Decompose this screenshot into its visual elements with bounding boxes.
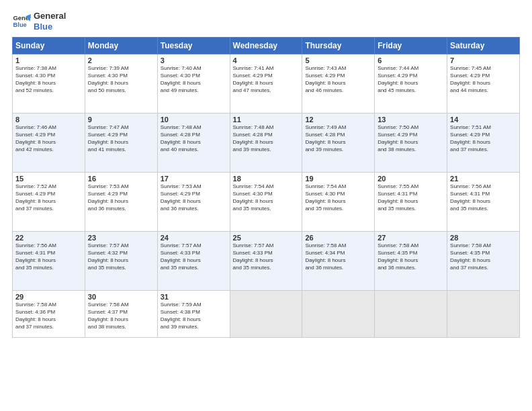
calendar-cell: [447, 291, 520, 338]
weekday-header-saturday: Saturday: [447, 38, 520, 54]
calendar-cell: [230, 291, 302, 338]
calendar-cell: 3Sunrise: 7:40 AM Sunset: 4:30 PM Daylig…: [157, 54, 230, 113]
day-info: Sunrise: 7:57 AM Sunset: 4:32 PM Dayligh…: [88, 242, 154, 271]
weekday-header-thursday: Thursday: [302, 38, 375, 54]
calendar-cell: 2Sunrise: 7:39 AM Sunset: 4:30 PM Daylig…: [85, 54, 157, 113]
day-number: 13: [378, 116, 444, 124]
weekday-header-wednesday: Wednesday: [230, 38, 302, 54]
day-number: 31: [161, 293, 227, 301]
calendar-cell: 7Sunrise: 7:45 AM Sunset: 4:29 PM Daylig…: [447, 54, 520, 113]
day-info: Sunrise: 7:41 AM Sunset: 4:29 PM Dayligh…: [233, 65, 300, 94]
calendar-cell: 27Sunrise: 7:58 AM Sunset: 4:35 PM Dayli…: [375, 232, 447, 291]
day-number: 16: [88, 175, 154, 183]
day-number: 30: [88, 293, 154, 301]
calendar-cell: 5Sunrise: 7:43 AM Sunset: 4:29 PM Daylig…: [302, 54, 375, 113]
day-number: 18: [233, 175, 300, 183]
day-number: 20: [378, 175, 444, 183]
calendar-cell: 23Sunrise: 7:57 AM Sunset: 4:32 PM Dayli…: [85, 232, 157, 291]
calendar-cell: 26Sunrise: 7:58 AM Sunset: 4:34 PM Dayli…: [302, 232, 375, 291]
day-number: 24: [161, 234, 227, 242]
calendar-cell: 13Sunrise: 7:50 AM Sunset: 4:29 PM Dayli…: [375, 113, 447, 173]
day-number: 19: [305, 175, 371, 183]
day-number: 5: [305, 56, 371, 64]
day-number: 27: [378, 234, 444, 242]
calendar-cell: 25Sunrise: 7:57 AM Sunset: 4:33 PM Dayli…: [230, 232, 302, 291]
day-info: Sunrise: 7:56 AM Sunset: 4:31 PM Dayligh…: [450, 183, 517, 212]
calendar-cell: 15Sunrise: 7:52 AM Sunset: 4:29 PM Dayli…: [13, 173, 85, 232]
calendar-cell: [302, 291, 375, 338]
day-info: Sunrise: 7:38 AM Sunset: 4:30 PM Dayligh…: [15, 65, 82, 94]
calendar-cell: 20Sunrise: 7:55 AM Sunset: 4:31 PM Dayli…: [375, 173, 447, 232]
day-info: Sunrise: 7:54 AM Sunset: 4:30 PM Dayligh…: [305, 183, 371, 212]
day-number: 22: [15, 234, 82, 242]
day-number: 15: [15, 175, 82, 183]
calendar-cell: 24Sunrise: 7:57 AM Sunset: 4:33 PM Dayli…: [157, 232, 230, 291]
day-number: 1: [15, 56, 82, 64]
day-info: Sunrise: 7:52 AM Sunset: 4:29 PM Dayligh…: [15, 183, 82, 212]
calendar-cell: 1Sunrise: 7:38 AM Sunset: 4:30 PM Daylig…: [13, 54, 85, 113]
day-info: Sunrise: 7:39 AM Sunset: 4:30 PM Dayligh…: [88, 65, 154, 94]
calendar-cell: 16Sunrise: 7:53 AM Sunset: 4:29 PM Dayli…: [85, 173, 157, 232]
day-info: Sunrise: 7:50 AM Sunset: 4:29 PM Dayligh…: [378, 124, 444, 153]
calendar-cell: 11Sunrise: 7:48 AM Sunset: 4:28 PM Dayli…: [230, 113, 302, 173]
day-info: Sunrise: 7:49 AM Sunset: 4:28 PM Dayligh…: [305, 124, 371, 153]
calendar-cell: 10Sunrise: 7:48 AM Sunset: 4:28 PM Dayli…: [157, 113, 230, 173]
calendar-cell: 29Sunrise: 7:58 AM Sunset: 4:36 PM Dayli…: [13, 291, 85, 338]
day-info: Sunrise: 7:46 AM Sunset: 4:29 PM Dayligh…: [15, 124, 82, 153]
logo: General Blue General Blue: [12, 11, 66, 32]
day-number: 12: [305, 116, 371, 124]
day-info: Sunrise: 7:40 AM Sunset: 4:30 PM Dayligh…: [161, 65, 227, 94]
calendar-cell: 21Sunrise: 7:56 AM Sunset: 4:31 PM Dayli…: [447, 173, 520, 232]
calendar-cell: 8Sunrise: 7:46 AM Sunset: 4:29 PM Daylig…: [13, 113, 85, 173]
day-number: 2: [88, 56, 154, 64]
calendar-cell: 19Sunrise: 7:54 AM Sunset: 4:30 PM Dayli…: [302, 173, 375, 232]
day-info: Sunrise: 7:58 AM Sunset: 4:36 PM Dayligh…: [15, 302, 82, 330]
day-info: Sunrise: 7:48 AM Sunset: 4:28 PM Dayligh…: [161, 124, 227, 153]
day-number: 21: [450, 175, 517, 183]
day-info: Sunrise: 7:58 AM Sunset: 4:34 PM Dayligh…: [305, 242, 371, 271]
day-number: 26: [305, 234, 371, 242]
day-info: Sunrise: 7:58 AM Sunset: 4:35 PM Dayligh…: [378, 242, 444, 271]
day-number: 3: [161, 56, 227, 64]
weekday-header-friday: Friday: [375, 38, 447, 54]
logo-text-blue: Blue: [34, 21, 66, 32]
calendar-cell: 17Sunrise: 7:53 AM Sunset: 4:29 PM Dayli…: [157, 173, 230, 232]
calendar-cell: 6Sunrise: 7:44 AM Sunset: 4:29 PM Daylig…: [375, 54, 447, 113]
generalblue-logo-icon: General Blue: [12, 12, 31, 31]
day-info: Sunrise: 7:57 AM Sunset: 4:33 PM Dayligh…: [161, 242, 227, 271]
svg-text:Blue: Blue: [13, 21, 27, 28]
day-info: Sunrise: 7:53 AM Sunset: 4:29 PM Dayligh…: [161, 183, 227, 212]
day-info: Sunrise: 7:59 AM Sunset: 4:38 PM Dayligh…: [161, 302, 227, 330]
day-number: 14: [450, 116, 517, 124]
day-info: Sunrise: 7:58 AM Sunset: 4:35 PM Dayligh…: [450, 242, 517, 271]
weekday-header-tuesday: Tuesday: [157, 38, 230, 54]
calendar-cell: 12Sunrise: 7:49 AM Sunset: 4:28 PM Dayli…: [302, 113, 375, 173]
calendar-header-row: SundayMondayTuesdayWednesdayThursdayFrid…: [13, 38, 520, 54]
calendar-cell: 22Sunrise: 7:56 AM Sunset: 4:31 PM Dayli…: [13, 232, 85, 291]
day-info: Sunrise: 7:51 AM Sunset: 4:29 PM Dayligh…: [450, 124, 517, 153]
day-info: Sunrise: 7:58 AM Sunset: 4:37 PM Dayligh…: [88, 302, 154, 330]
day-number: 25: [233, 234, 300, 242]
day-number: 9: [88, 116, 154, 124]
day-number: 11: [233, 116, 300, 124]
day-number: 23: [88, 234, 154, 242]
header: General Blue General Blue: [12, 11, 520, 32]
calendar-cell: [375, 291, 447, 338]
day-info: Sunrise: 7:43 AM Sunset: 4:29 PM Dayligh…: [305, 65, 371, 94]
day-info: Sunrise: 7:56 AM Sunset: 4:31 PM Dayligh…: [15, 242, 82, 271]
day-info: Sunrise: 7:53 AM Sunset: 4:29 PM Dayligh…: [88, 183, 154, 212]
calendar-cell: 28Sunrise: 7:58 AM Sunset: 4:35 PM Dayli…: [447, 232, 520, 291]
day-number: 29: [15, 293, 82, 301]
page: General Blue General Blue SundayMondayTu…: [0, 0, 532, 411]
day-number: 4: [233, 56, 300, 64]
day-number: 17: [161, 175, 227, 183]
day-number: 6: [378, 56, 444, 64]
day-number: 8: [15, 116, 82, 124]
day-info: Sunrise: 7:45 AM Sunset: 4:29 PM Dayligh…: [450, 65, 517, 94]
day-number: 10: [161, 116, 227, 124]
calendar-cell: 9Sunrise: 7:47 AM Sunset: 4:29 PM Daylig…: [85, 113, 157, 173]
calendar-cell: 4Sunrise: 7:41 AM Sunset: 4:29 PM Daylig…: [230, 54, 302, 113]
calendar-cell: 18Sunrise: 7:54 AM Sunset: 4:30 PM Dayli…: [230, 173, 302, 232]
day-number: 7: [450, 56, 517, 64]
calendar-cell: 31Sunrise: 7:59 AM Sunset: 4:38 PM Dayli…: [157, 291, 230, 338]
